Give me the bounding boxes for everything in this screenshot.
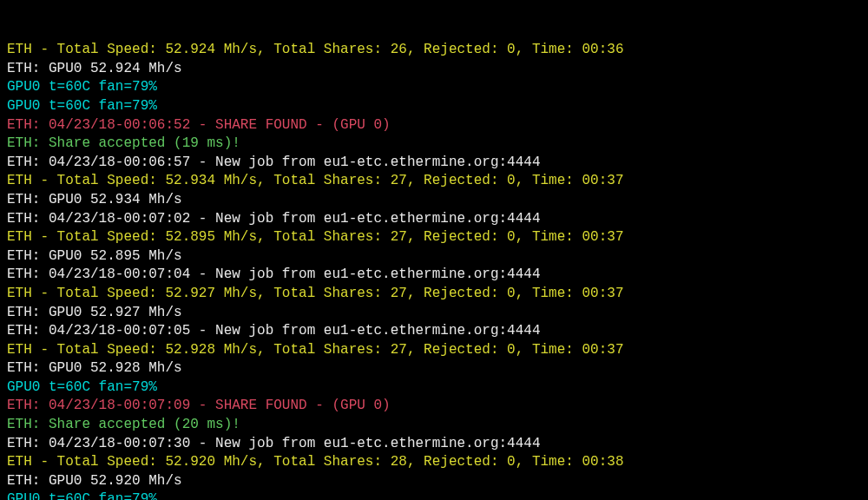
log-line: ETH - Total Speed: 52.920 Mh/s, Total Sh…: [7, 453, 861, 472]
log-line: ETH: 04/23/18-00:06:57 - New job from eu…: [7, 154, 861, 173]
log-line: ETH: 04/23/18-00:07:30 - New job from eu…: [7, 435, 861, 454]
log-line: ETH: 04/23/18-00:07:09 - SHARE FOUND - (…: [7, 397, 861, 416]
log-line: ETH - Total Speed: 52.934 Mh/s, Total Sh…: [7, 172, 861, 191]
log-line: ETH - Total Speed: 52.895 Mh/s, Total Sh…: [7, 228, 861, 247]
log-line: ETH: GPU0 52.895 Mh/s: [7, 247, 861, 266]
log-line: ETH: GPU0 52.927 Mh/s: [7, 304, 861, 323]
terminal-output: ETH - Total Speed: 52.924 Mh/s, Total Sh…: [7, 3, 861, 500]
log-line: GPU0 t=60C fan=79%: [7, 78, 861, 97]
log-line: ETH: 04/23/18-00:07:05 - New job from eu…: [7, 322, 861, 341]
log-line: ETH: GPU0 52.924 Mh/s: [7, 60, 861, 79]
log-lines: ETH - Total Speed: 52.924 Mh/s, Total Sh…: [7, 41, 861, 500]
log-line: GPU0 t=60C fan=79%: [7, 378, 861, 398]
log-line: ETH - Total Speed: 52.924 Mh/s, Total Sh…: [7, 41, 861, 60]
log-line: GPU0 t=60C fan=79%: [7, 97, 861, 116]
log-line: ETH: GPU0 52.928 Mh/s: [7, 359, 861, 378]
log-line: ETH: GPU0 52.934 Mh/s: [7, 191, 861, 210]
log-line: ETH: 04/23/18-00:07:02 - New job from eu…: [7, 210, 861, 229]
log-line: ETH: Share accepted (19 ms)!: [7, 135, 861, 154]
log-line: ETH: Share accepted (20 ms)!: [7, 416, 861, 435]
log-line: ETH - Total Speed: 52.927 Mh/s, Total Sh…: [7, 285, 861, 304]
log-line: ETH: 04/23/18-00:07:04 - New job from eu…: [7, 266, 861, 285]
log-line: ETH: GPU0 52.920 Mh/s: [7, 472, 861, 491]
log-line: GPU0 t=60C fan=79%: [7, 490, 861, 500]
log-line: ETH: 04/23/18-00:06:52 - SHARE FOUND - (…: [7, 116, 861, 135]
log-line: ETH - Total Speed: 52.928 Mh/s, Total Sh…: [7, 341, 861, 360]
